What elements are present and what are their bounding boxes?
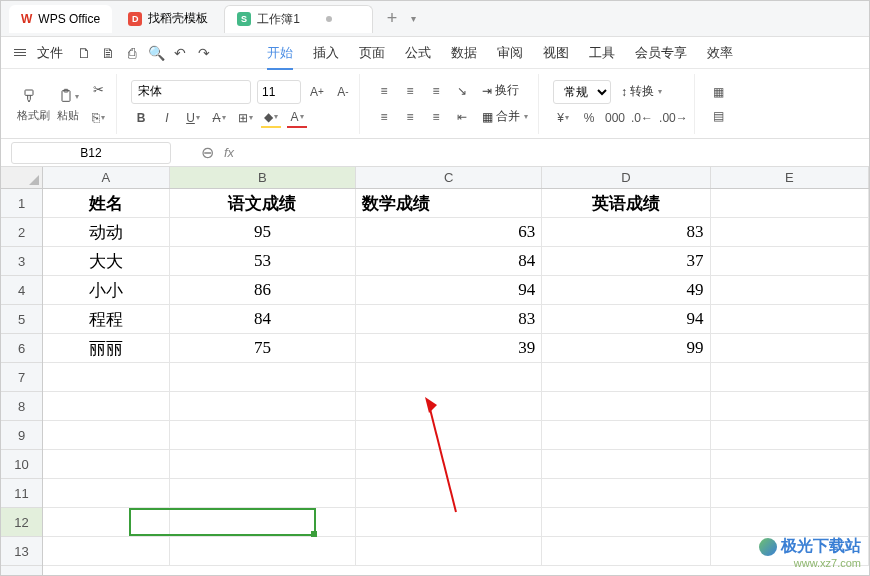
cell[interactable]: 程程 (43, 305, 170, 334)
orientation-button[interactable]: ↘ (452, 81, 472, 101)
cell[interactable] (43, 392, 170, 421)
cond-format-button[interactable]: ▦ (709, 82, 729, 102)
cell[interactable]: 53 (170, 247, 356, 276)
cell[interactable] (711, 508, 869, 537)
cell[interactable] (542, 392, 710, 421)
cell[interactable]: 84 (356, 247, 542, 276)
cell[interactable]: 75 (170, 334, 356, 363)
cell[interactable] (711, 305, 869, 334)
cell[interactable]: 英语成绩 (542, 189, 710, 218)
ribbon-tab-member[interactable]: 会员专享 (635, 44, 687, 62)
cell[interactable]: 49 (542, 276, 710, 305)
spreadsheet-grid[interactable]: ABCDE 12345678910111213 姓名语文成绩数学成绩英语成绩动动… (1, 167, 869, 576)
cell[interactable]: 语文成绩 (170, 189, 356, 218)
italic-button[interactable]: I (157, 108, 177, 128)
redo-icon[interactable]: ↷ (195, 44, 213, 62)
row-header[interactable]: 4 (1, 276, 42, 305)
align-right-button[interactable]: ≡ (426, 107, 446, 127)
cell[interactable] (43, 508, 170, 537)
cell[interactable]: 95 (170, 218, 356, 247)
cell[interactable] (711, 218, 869, 247)
cell[interactable]: 数学成绩 (356, 189, 542, 218)
underline-button[interactable]: U▾ (183, 108, 203, 128)
cell[interactable] (542, 363, 710, 392)
indent-button[interactable]: ⇤ (452, 107, 472, 127)
name-box[interactable] (11, 142, 171, 164)
column-headers[interactable]: ABCDE (43, 167, 869, 189)
tab-workbook[interactable]: S 工作簿1 (224, 5, 373, 33)
undo-icon[interactable]: ↶ (171, 44, 189, 62)
cell[interactable] (43, 450, 170, 479)
select-all-corner[interactable] (1, 167, 43, 189)
column-header[interactable]: A (43, 167, 170, 188)
ribbon-tab-page[interactable]: 页面 (359, 44, 385, 62)
cell[interactable] (356, 508, 542, 537)
cell[interactable]: 丽丽 (43, 334, 170, 363)
cell[interactable] (711, 421, 869, 450)
table-format-button[interactable]: ▤ (709, 106, 729, 126)
cell[interactable] (711, 479, 869, 508)
cell[interactable] (43, 479, 170, 508)
increase-font-button[interactable]: A+ (307, 82, 327, 102)
cell[interactable]: 83 (542, 218, 710, 247)
cell[interactable] (170, 363, 356, 392)
column-header[interactable]: C (356, 167, 542, 188)
border-button[interactable]: ⊞▾ (235, 108, 255, 128)
font-color-button[interactable]: A▾ (287, 108, 307, 128)
cell[interactable]: 94 (542, 305, 710, 334)
copy-button[interactable]: ⎘▾ (86, 106, 110, 130)
cell[interactable] (356, 450, 542, 479)
cell[interactable] (170, 450, 356, 479)
cell[interactable] (542, 479, 710, 508)
row-header[interactable]: 11 (1, 479, 42, 508)
cell[interactable]: 94 (356, 276, 542, 305)
row-header[interactable]: 10 (1, 450, 42, 479)
tab-template[interactable]: D 找稻壳模板 (116, 5, 220, 33)
ribbon-tab-insert[interactable]: 插入 (313, 44, 339, 62)
formula-input[interactable] (244, 146, 744, 160)
cell[interactable] (170, 508, 356, 537)
cell[interactable]: 84 (170, 305, 356, 334)
currency-button[interactable]: ¥▾ (553, 108, 573, 128)
row-header[interactable]: 2 (1, 218, 42, 247)
paste-button[interactable]: ▾ 粘贴 (56, 84, 80, 123)
cell[interactable]: 37 (542, 247, 710, 276)
cell[interactable] (542, 450, 710, 479)
print-icon[interactable]: ⎙ (123, 44, 141, 62)
column-header[interactable]: B (170, 167, 356, 188)
hamburger-icon[interactable] (11, 44, 29, 62)
decrease-decimal-button[interactable]: .0← (631, 108, 653, 128)
cell[interactable] (711, 392, 869, 421)
row-header[interactable]: 3 (1, 247, 42, 276)
cell[interactable] (542, 421, 710, 450)
align-middle-button[interactable]: ≡ (400, 81, 420, 101)
cell[interactable]: 99 (542, 334, 710, 363)
ribbon-tab-formula[interactable]: 公式 (405, 44, 431, 62)
font-size-select[interactable] (257, 80, 301, 104)
cell[interactable]: 86 (170, 276, 356, 305)
ribbon-tab-view[interactable]: 视图 (543, 44, 569, 62)
column-header[interactable]: E (711, 167, 869, 188)
cell[interactable] (711, 189, 869, 218)
cut-button[interactable]: ✂ (86, 78, 110, 102)
cell[interactable] (170, 421, 356, 450)
row-header[interactable]: 1 (1, 189, 42, 218)
increase-decimal-button[interactable]: .00→ (659, 108, 688, 128)
tab-dropdown-icon[interactable]: ▾ (411, 13, 416, 24)
bold-button[interactable]: B (131, 108, 151, 128)
cell[interactable] (711, 247, 869, 276)
fx-icon[interactable]: fx (224, 145, 234, 160)
save-icon[interactable]: 🗋 (75, 44, 93, 62)
file-menu[interactable]: 文件 (37, 44, 63, 62)
fx-cancel-icon[interactable]: ⊖ (201, 143, 214, 162)
number-format-select[interactable]: 常规 (553, 80, 611, 104)
row-header[interactable]: 6 (1, 334, 42, 363)
cell[interactable] (43, 363, 170, 392)
merge-button[interactable]: ▦合并▾ (478, 106, 532, 128)
percent-button[interactable]: % (579, 108, 599, 128)
cell[interactable]: 动动 (43, 218, 170, 247)
row-headers[interactable]: 12345678910111213 (1, 189, 43, 576)
row-header[interactable]: 5 (1, 305, 42, 334)
cell[interactable] (542, 508, 710, 537)
cell[interactable] (711, 334, 869, 363)
